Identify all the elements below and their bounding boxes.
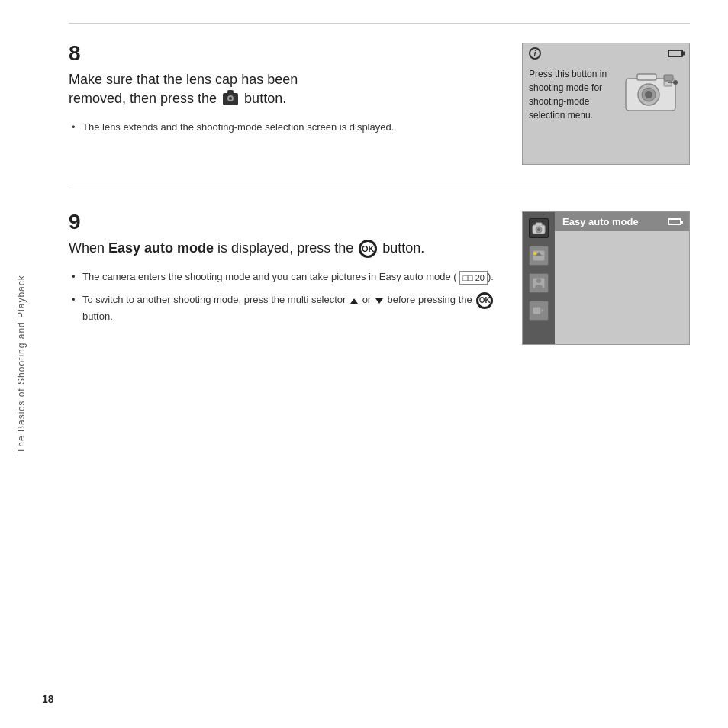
panel-8-text: Press this button in shooting mode for s…	[529, 67, 622, 122]
step-9-left: 9 When Easy auto mode is displayed, pres…	[69, 211, 522, 345]
svg-rect-4	[637, 74, 656, 80]
step-9-bullet-1: The camera enters the shooting mode and …	[69, 269, 499, 285]
step-8-left: 8 Make sure that the lens cap has beenre…	[69, 43, 522, 165]
step-9-mode-panel: Easy auto mode	[522, 211, 690, 345]
camera-svg	[622, 67, 683, 117]
step-8-section: 8 Make sure that the lens cap has beenre…	[69, 43, 690, 188]
step-8-number: 8	[69, 43, 499, 64]
step-8-camera-panel: i Press this button in shooting mode for…	[522, 43, 690, 165]
easy-auto-mode-label: Easy auto mode	[562, 216, 639, 227]
svg-rect-6	[664, 75, 673, 81]
battery-icon	[668, 50, 683, 57]
step-9-section: 9 When Easy auto mode is displayed, pres…	[69, 211, 690, 368]
mode-icon-scene	[529, 246, 549, 266]
step-9-panel: Easy auto mode	[522, 211, 690, 345]
svg-rect-20	[533, 307, 541, 314]
ref-box-1: □□ 20	[459, 271, 488, 285]
panel-9-header: Easy auto mode	[555, 212, 689, 231]
ok-button-icon: OK	[359, 240, 377, 258]
info-icon: i	[529, 47, 541, 60]
panel-9-main: Easy auto mode	[555, 212, 689, 344]
svg-marker-21	[541, 308, 545, 313]
triangle-up-icon	[350, 298, 358, 304]
mode-icon-video	[529, 301, 549, 321]
panel-9-content	[555, 231, 689, 337]
camera-button-icon	[223, 93, 238, 105]
mode-icon-smart-portrait	[529, 273, 549, 293]
main-content: 8 Make sure that the lens cap has beenre…	[69, 23, 690, 368]
svg-point-16	[533, 252, 536, 255]
step-8-bullets: The lens extends and the shooting-mode s…	[69, 120, 499, 135]
svg-point-7	[673, 80, 678, 85]
step-9-bullets: The camera enters the shooting mode and …	[69, 269, 499, 324]
step-9-bullet-2: To switch to another shooting mode, pres…	[69, 292, 499, 324]
step-9-heading: When Easy auto mode is displayed, press …	[69, 239, 499, 258]
panel-8-header: i	[523, 43, 689, 63]
mode-icon-camera	[529, 218, 549, 238]
svg-point-19	[535, 285, 543, 289]
ok-button-icon-2: OK	[476, 292, 493, 309]
panel-9-battery-icon	[668, 218, 681, 225]
svg-rect-12	[536, 223, 542, 226]
page-container: The Basics of Shooting and Playback 18 8…	[0, 0, 728, 728]
step-8-panel: i Press this button in shooting mode for…	[522, 43, 690, 165]
panel-9-sidebar	[523, 212, 555, 344]
sidebar-label: The Basics of Shooting and Playback	[6, 0, 37, 728]
camera-illustration	[622, 67, 683, 117]
svg-point-3	[645, 91, 652, 98]
step-9-number: 9	[69, 211, 499, 233]
top-divider	[69, 23, 690, 24]
svg-rect-5	[664, 81, 672, 86]
page-number: 18	[42, 693, 54, 705]
step-8-bullet-1: The lens extends and the shooting-mode s…	[69, 120, 499, 135]
step-8-heading: Make sure that the lens cap has beenremo…	[69, 70, 499, 108]
triangle-down-icon	[375, 298, 383, 304]
svg-point-11	[537, 228, 540, 231]
svg-point-18	[536, 279, 541, 283]
panel-8-body: Press this button in shooting mode for s…	[523, 63, 689, 126]
easy-auto-mode-bold: Easy auto mode	[108, 240, 214, 256]
